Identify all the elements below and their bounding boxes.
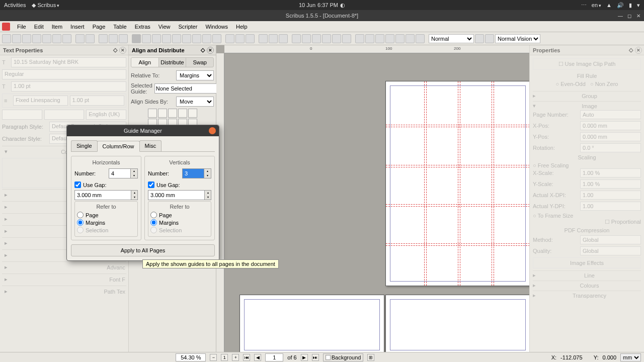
menu-dots-icon[interactable]: ⋯	[581, 2, 587, 9]
preflight-icon[interactable]	[52, 34, 61, 43]
quality-select[interactable]: Global	[580, 246, 641, 255]
cut-icon[interactable]	[99, 34, 108, 43]
align-center-h-icon[interactable]	[158, 109, 167, 118]
pdf-text-icon[interactable]	[375, 34, 384, 43]
activities-button[interactable]: Activities	[4, 2, 26, 8]
undo-icon[interactable]	[75, 34, 85, 43]
prev-page-button[interactable]: ◀	[254, 354, 261, 361]
v-number-input[interactable]: ▴▾	[182, 168, 211, 178]
align-left-icon[interactable]	[2, 110, 42, 120]
align-icons[interactable]	[44, 110, 85, 120]
shape-icon[interactable]	[182, 34, 191, 43]
horizontal-ruler[interactable]: 0 100 200	[224, 45, 529, 53]
collapse-icon[interactable]: ◇	[201, 47, 205, 53]
h-refer-page-radio[interactable]	[77, 212, 84, 218]
font-style-select[interactable]: Regular	[2, 69, 126, 79]
zoom-icon[interactable]	[269, 34, 278, 43]
proportional-check[interactable]: Proportional	[611, 219, 641, 225]
menu-scripter[interactable]: Scripter	[174, 23, 201, 31]
h-number-input[interactable]: ▴▾	[109, 168, 138, 178]
page-2[interactable]	[239, 295, 384, 352]
polygon-icon[interactable]	[202, 34, 211, 43]
pdf-annot-icon[interactable]	[406, 34, 415, 43]
section-colours[interactable]: Colours	[538, 283, 641, 289]
edit-text-icon[interactable]	[292, 34, 301, 43]
section-line[interactable]: Line	[538, 273, 641, 279]
h-gap-input[interactable]: ▴▾	[74, 190, 138, 200]
close-button[interactable]: ✕	[635, 12, 642, 19]
copy-props-icon[interactable]	[332, 34, 341, 43]
measure-icon[interactable]	[322, 34, 331, 43]
close-icon[interactable]	[32, 34, 41, 43]
close-panel-icon[interactable]: ✕	[635, 47, 642, 54]
rotation-input[interactable]: 0.0 °	[580, 143, 641, 152]
menu-windows[interactable]: Windows	[201, 23, 232, 31]
rotate-icon[interactable]	[259, 34, 268, 43]
align-right-icon[interactable]	[168, 109, 177, 118]
collapse-icon[interactable]: ◇	[629, 47, 633, 53]
xdpi-input[interactable]: 1.00	[580, 191, 641, 200]
maximize-button[interactable]: ◻	[626, 12, 633, 19]
open-icon[interactable]	[12, 34, 21, 43]
ydpi-input[interactable]: 1.00	[580, 202, 641, 211]
guide-line[interactable]	[426, 81, 427, 286]
dialog-close-button[interactable]	[209, 127, 216, 134]
lang-indicator[interactable]: en	[592, 2, 601, 8]
document-canvas[interactable]: 0 100 200	[216, 45, 529, 352]
section-fontf[interactable]: Font F	[11, 277, 125, 283]
close-panel-icon[interactable]: ✕	[119, 47, 126, 54]
tab-distribute[interactable]: Distribute	[159, 58, 187, 67]
unit-select[interactable]: mm	[620, 353, 641, 361]
menu-table[interactable]: Table	[109, 23, 130, 31]
method-select[interactable]: Global	[580, 235, 641, 244]
battery-icon[interactable]: ▮	[629, 2, 632, 9]
menu-edit[interactable]: Edit	[30, 23, 48, 31]
use-image-clip-path[interactable]: Use Image Clip Path	[565, 61, 616, 67]
font-size-input[interactable]: 1.00 pt	[11, 81, 126, 92]
menu-help[interactable]: Help	[232, 23, 252, 31]
relative-to-select[interactable]: Margins	[176, 70, 214, 80]
tab-align[interactable]: Align	[131, 58, 159, 67]
layer-select[interactable]: Background	[323, 353, 364, 361]
page-input[interactable]	[265, 353, 283, 361]
v-refer-margins-radio[interactable]	[150, 219, 157, 226]
apply-all-pages-button[interactable]: Apply to All Pages	[71, 244, 215, 256]
page-1[interactable]	[385, 81, 529, 286]
tab-misc[interactable]: Misc	[139, 140, 162, 151]
zoom-input[interactable]	[176, 353, 206, 361]
unlink-icon[interactable]	[312, 34, 321, 43]
minimize-button[interactable]: —	[617, 12, 624, 19]
zoom-out-button[interactable]: −	[210, 354, 217, 361]
toggle-cms-icon[interactable]	[475, 34, 484, 43]
select-icon[interactable]	[132, 34, 141, 43]
vision-select[interactable]: Normal Vision	[495, 34, 540, 43]
pdf-combo-icon[interactable]	[385, 34, 394, 43]
line-icon[interactable]	[212, 34, 221, 43]
close-panel-icon[interactable]: ✕	[207, 47, 214, 54]
xpos-input[interactable]: 0.000 mm	[580, 121, 641, 130]
h-refer-margins-radio[interactable]	[77, 219, 84, 226]
pdf-list-icon[interactable]	[395, 34, 405, 43]
guide-line[interactable]	[424, 81, 425, 286]
v-refer-page-radio[interactable]	[150, 212, 157, 218]
non-zero-radio[interactable]: Non Zero	[595, 81, 618, 87]
layer-button[interactable]: ⊞	[367, 354, 374, 361]
menu-item[interactable]: Item	[48, 23, 66, 31]
zoom-in-button[interactable]: +	[232, 354, 239, 361]
new-icon[interactable]	[2, 34, 11, 43]
section-advanced[interactable]: Advanc	[11, 264, 125, 270]
xscale-input[interactable]: 1.00 %	[580, 168, 641, 177]
edit-contents-icon[interactable]	[279, 34, 288, 43]
pdf-checkbox-icon[interactable]	[355, 34, 364, 43]
section-group[interactable]: Group	[538, 93, 641, 99]
ypos-input[interactable]: 0.000 mm	[580, 132, 641, 141]
section-pathtext[interactable]: Path Tex	[11, 289, 125, 295]
pdf-icon[interactable]	[62, 34, 71, 43]
align-left-out-icon[interactable]	[178, 109, 187, 118]
first-page-button[interactable]: ⏮	[243, 354, 250, 361]
redo-icon[interactable]	[86, 34, 95, 43]
pdf-button-icon[interactable]	[365, 34, 374, 43]
image-effects-button[interactable]: Image Effects	[533, 257, 641, 268]
zoom-reset-button[interactable]: 1	[221, 354, 228, 361]
menu-page[interactable]: Page	[89, 23, 110, 31]
